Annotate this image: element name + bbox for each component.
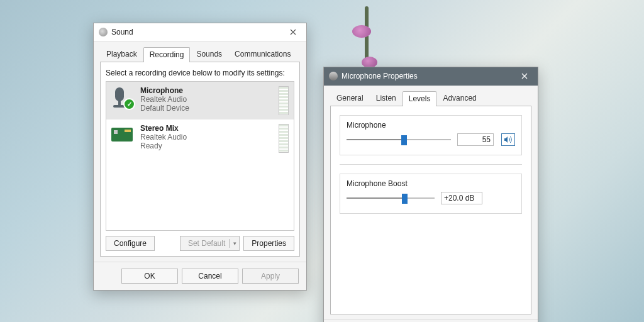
properties-button[interactable]: Properties [243,236,294,251]
device-status: Ready [140,142,272,150]
mic-level-group: Microphone 55 [340,115,522,155]
ok-button[interactable]: OK [121,269,178,284]
sound-dialog-buttons: OK Cancel Apply [94,262,306,290]
props-dialog-buttons: OK Cancel Apply [324,319,538,322]
recording-tabpage: Select a recording device below to modif… [100,62,300,257]
boost-slider[interactable] [347,192,435,204]
mic-level-value[interactable]: 55 [457,133,494,146]
configure-button[interactable]: Configure [106,236,155,251]
tab-listen[interactable]: Listen [370,91,402,106]
tab-general[interactable]: General [330,91,370,106]
device-name: Stereo Mix [140,124,272,133]
speaker-icon [504,136,513,143]
device-buttons: Configure Set Default ▾ Properties [106,236,294,251]
props-titlebar[interactable]: Microphone Properties [324,67,538,86]
device-name: Microphone [140,86,272,95]
microphone-icon: ✓ [111,86,134,109]
device-text: Microphone Realtek Audio Default Device [140,86,272,113]
microphone-icon [329,72,338,80]
levels-tabpage: Microphone 55 Microphone Boost [330,106,531,314]
speaker-icon [99,28,108,36]
default-check-icon: ✓ [123,98,135,110]
boost-label: Microphone Boost [347,179,515,188]
cancel-button[interactable]: Cancel [182,269,238,284]
props-title: Microphone Properties [341,72,418,80]
mic-properties-window: Microphone Properties General Listen Lev… [323,67,538,322]
tab-communications[interactable]: Communications [228,47,297,62]
instruction-text: Select a recording device below to modif… [106,69,294,77]
apply-button[interactable]: Apply [242,269,299,284]
vu-meter [279,124,289,153]
sound-titlebar[interactable]: Sound [94,23,306,42]
device-driver: Realtek Audio [140,95,272,104]
mic-level-label: Microphone [347,121,515,130]
set-default-button[interactable]: Set Default ▾ [180,236,240,251]
sound-body: Playback Recording Sounds Communications… [94,42,306,262]
tab-advanced[interactable]: Advanced [436,91,482,106]
sound-tabs: Playback Recording Sounds Communications [100,47,300,62]
tab-recording[interactable]: Recording [143,47,191,62]
device-driver: Realtek Audio [140,133,272,142]
soundcard-icon [111,124,134,147]
sound-title: Sound [111,28,133,36]
device-list[interactable]: ✓ Microphone Realtek Audio Default Devic… [106,81,294,231]
device-status: Default Device [140,104,272,113]
close-icon[interactable] [284,26,303,38]
tab-levels[interactable]: Levels [402,91,437,106]
mute-toggle-button[interactable] [501,133,515,146]
close-icon[interactable] [515,70,534,82]
device-item[interactable]: ✓ Microphone Realtek Audio Default Devic… [106,82,294,119]
mic-level-slider[interactable] [347,134,451,145]
props-body: General Listen Levels Advanced Microphon… [324,86,538,319]
tab-sounds[interactable]: Sounds [190,47,228,62]
sound-window: Sound Playback Recording Sounds Communic… [93,23,307,291]
boost-value[interactable]: +20.0 dB [441,192,482,204]
tab-playback[interactable]: Playback [100,47,143,62]
set-default-label: Set Default [188,239,225,248]
separator [340,164,522,165]
vu-meter [279,86,289,115]
props-tabs: General Listen Levels Advanced [330,91,531,106]
chevron-down-icon[interactable]: ▾ [229,239,236,248]
device-text: Stereo Mix Realtek Audio Ready [140,124,272,150]
device-item[interactable]: Stereo Mix Realtek Audio Ready [106,119,294,157]
boost-group: Microphone Boost +20.0 dB [340,174,522,214]
